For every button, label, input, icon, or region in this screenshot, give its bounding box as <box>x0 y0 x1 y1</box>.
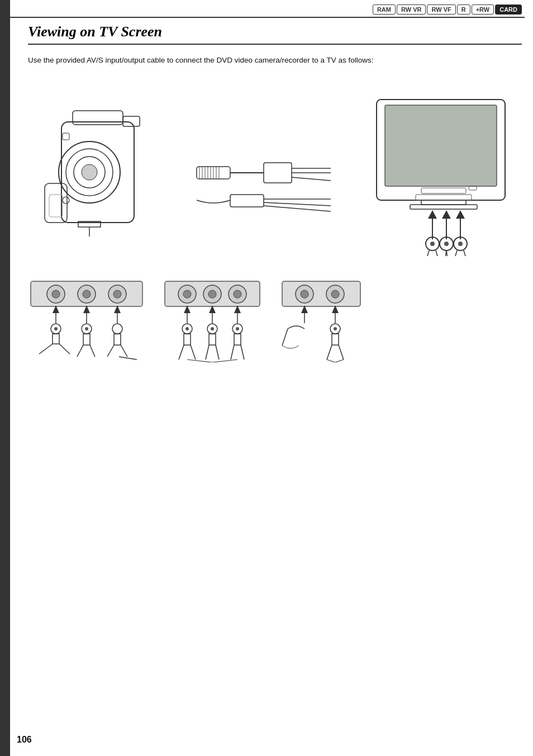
svg-point-75 <box>85 327 88 330</box>
svg-line-128 <box>339 345 344 360</box>
svg-rect-71 <box>53 334 59 344</box>
svg-point-60 <box>83 290 91 298</box>
svg-rect-35 <box>421 200 466 205</box>
svg-rect-109 <box>234 334 241 345</box>
svg-line-106 <box>216 345 219 360</box>
svg-line-26 <box>292 177 331 181</box>
lower-diagram-1 <box>28 273 145 362</box>
svg-rect-80 <box>114 334 121 345</box>
svg-point-79 <box>112 324 122 334</box>
svg-point-47 <box>444 242 449 246</box>
svg-point-49 <box>458 242 463 246</box>
svg-rect-36 <box>410 205 477 209</box>
page-number: 106 <box>17 735 32 745</box>
badge-row: RAM RW VR RW VF R +RW CARD <box>0 0 533 17</box>
left-accent-bar <box>0 0 10 756</box>
cable-illustration <box>185 88 331 256</box>
svg-rect-27 <box>230 195 264 207</box>
svg-point-116 <box>301 290 308 298</box>
svg-line-53 <box>446 251 448 256</box>
main-content: Viewing on TV Screen Use the provided AV… <box>17 18 533 362</box>
lower-diagrams <box>28 273 522 362</box>
svg-line-101 <box>191 345 196 360</box>
svg-rect-99 <box>184 334 191 345</box>
page-title: Viewing on TV Screen <box>28 18 522 45</box>
svg-rect-37 <box>416 195 472 200</box>
svg-rect-104 <box>209 334 216 345</box>
tv-illustration <box>365 88 522 256</box>
svg-line-73 <box>59 344 70 354</box>
svg-line-51 <box>436 251 439 256</box>
main-diagram <box>28 77 522 256</box>
svg-line-81 <box>107 345 114 357</box>
svg-point-98 <box>185 327 189 330</box>
svg-line-82 <box>121 345 127 357</box>
svg-point-70 <box>54 327 58 330</box>
svg-point-90 <box>234 290 241 298</box>
svg-line-77 <box>77 345 83 357</box>
svg-line-72 <box>39 344 53 354</box>
svg-line-83 <box>119 357 137 360</box>
svg-rect-0 <box>61 122 134 223</box>
svg-line-112 <box>187 360 212 362</box>
svg-rect-9 <box>63 133 69 140</box>
svg-rect-34 <box>469 186 477 190</box>
lower-diagram-3 <box>279 273 380 362</box>
svg-line-113 <box>212 360 237 362</box>
svg-line-110 <box>231 345 234 360</box>
svg-line-111 <box>241 345 244 360</box>
svg-point-4 <box>82 164 97 180</box>
svg-marker-43 <box>456 210 465 219</box>
svg-line-105 <box>206 345 209 360</box>
svg-rect-126 <box>332 334 339 345</box>
svg-line-127 <box>327 345 332 360</box>
badge-plus-rw: +RW <box>472 4 494 15</box>
badge-card: CARD <box>495 4 522 15</box>
badge-ram: RAM <box>373 4 396 15</box>
svg-rect-32 <box>385 105 497 186</box>
svg-line-50 <box>426 251 429 256</box>
body-text: Use the provided AV/S input/output cable… <box>28 55 522 66</box>
svg-marker-39 <box>428 210 437 219</box>
svg-point-108 <box>236 327 239 330</box>
lower-diagram-2 <box>162 273 263 362</box>
svg-line-54 <box>454 251 457 256</box>
svg-point-45 <box>430 242 435 246</box>
svg-line-30 <box>264 206 331 211</box>
svg-point-86 <box>183 290 191 298</box>
badge-r: R <box>457 4 470 15</box>
badge-rw-vr: RW VR <box>397 4 426 15</box>
svg-point-10 <box>63 197 69 204</box>
svg-line-78 <box>90 345 95 357</box>
svg-line-130 <box>335 360 344 362</box>
camera-illustration <box>28 88 151 256</box>
svg-marker-41 <box>442 210 451 219</box>
svg-rect-23 <box>264 163 292 183</box>
badge-rw-vf: RW VF <box>427 4 455 15</box>
svg-line-100 <box>179 345 184 360</box>
svg-point-125 <box>334 327 337 330</box>
svg-line-55 <box>464 251 467 256</box>
svg-line-129 <box>327 360 335 362</box>
svg-rect-33 <box>421 188 466 193</box>
svg-rect-76 <box>83 334 90 345</box>
svg-point-118 <box>331 290 339 298</box>
svg-rect-8 <box>49 195 63 217</box>
svg-point-103 <box>211 327 214 330</box>
svg-point-58 <box>52 290 60 298</box>
svg-point-88 <box>208 290 216 298</box>
svg-line-29 <box>264 202 331 206</box>
svg-line-123 <box>282 329 288 346</box>
svg-rect-114 <box>282 281 360 306</box>
svg-rect-5 <box>73 111 123 125</box>
svg-point-62 <box>113 290 121 298</box>
